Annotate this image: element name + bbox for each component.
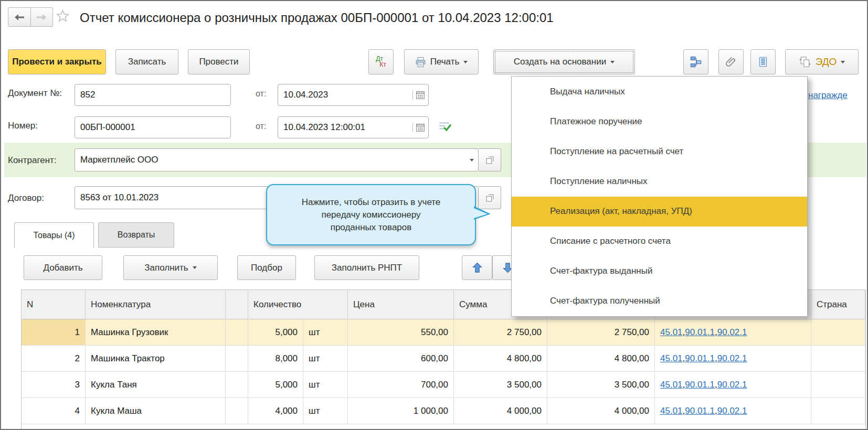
cell-unit: шт <box>303 346 348 372</box>
printer-icon <box>415 57 426 68</box>
cell-n: 2 <box>22 346 86 372</box>
move-up-button[interactable] <box>462 255 492 280</box>
create-based-on-button[interactable]: Создать на основании <box>493 49 635 74</box>
app-window: Отчет комиссионера о розничных продажах … <box>0 0 868 430</box>
menu-item[interactable]: Выдача наличных <box>512 77 807 106</box>
cell-country <box>811 319 865 346</box>
cell-n: 3 <box>22 372 86 398</box>
menu-item[interactable]: Списание с расчетного счета <box>512 227 807 256</box>
header-n[interactable]: N <box>22 290 86 319</box>
number-input[interactable]: 00БП-000001 <box>75 116 231 138</box>
cell-price: 1 000,00 <box>348 398 454 424</box>
cell-accounts: 45.01, 90.01.1, 90.02.1 <box>655 372 811 398</box>
tab-returns[interactable]: Возвраты <box>98 222 174 248</box>
hint-line: проданных товаров <box>267 221 475 234</box>
post-label: Провести <box>199 57 238 67</box>
pick-label: Подбор <box>251 263 282 273</box>
table-row[interactable]: 3Кукла Таня5,000шт700,003 500,003 500,00… <box>22 372 865 398</box>
cell-qty: 5,000 <box>248 372 303 398</box>
counterparty-input[interactable]: Маркетплейс ООО <box>75 148 479 171</box>
related-documents-button[interactable] <box>683 49 708 74</box>
account-link[interactable]: 90.02.1 <box>717 406 747 416</box>
edo-button[interactable]: ЭДО <box>785 49 859 74</box>
paperclip-icon <box>725 56 737 68</box>
cell-unit: шт <box>303 398 348 424</box>
calendar-icon[interactable] <box>416 90 425 100</box>
cell-country <box>811 398 865 424</box>
cell-name: Кукла Таня <box>86 372 226 398</box>
favorite-star-icon[interactable] <box>56 9 70 25</box>
cell-n: 4 <box>22 398 86 424</box>
header-empty <box>226 290 248 319</box>
menu-item[interactable]: Платежное поручение <box>512 106 807 136</box>
account-link[interactable]: 90.01.1 <box>685 380 715 390</box>
tab-goods[interactable]: Товары (4) <box>14 222 94 248</box>
account-link[interactable]: 90.01.1 <box>685 353 715 364</box>
fill-button[interactable]: Заполнить <box>123 255 218 280</box>
account-link[interactable]: 90.02.1 <box>717 380 747 390</box>
account-link[interactable]: 45.01 <box>660 380 683 390</box>
hint-tooltip: Нажмите, чтобы отразить в учете передачу… <box>266 184 476 245</box>
table-row[interactable]: 1Машинка Грузовик5,000шт550,002 750,002 … <box>22 319 865 346</box>
account-link[interactable]: 45.01 <box>660 406 683 416</box>
account-link[interactable]: 90.02.1 <box>717 353 747 364</box>
dtkt-postings-button[interactable]: ДтКт <box>368 49 394 74</box>
back-button[interactable] <box>8 7 31 27</box>
header-nomenclature[interactable]: Номенклатура <box>86 290 226 319</box>
cell-sum: 3 500,00 <box>454 372 547 398</box>
table-row[interactable]: 2Машинка Трактор8,000шт600,004 800,004 8… <box>22 346 865 372</box>
list-icon <box>757 56 769 68</box>
header-country[interactable]: Страна <box>811 290 865 319</box>
add-label: Добавить <box>43 263 82 273</box>
cell-gap <box>226 346 248 372</box>
calendar-icon[interactable] <box>416 123 425 132</box>
save-label: Записать <box>128 57 166 67</box>
save-button[interactable]: Записать <box>115 49 178 74</box>
counterparty-open-button[interactable] <box>479 148 501 171</box>
cell-accounts: 45.01, 90.01.1, 90.02.1 <box>655 319 811 346</box>
cell-total: 2 750,00 <box>547 319 655 346</box>
datetime-input[interactable]: 10.04.2023 12:00:01 <box>278 116 429 138</box>
menu-item[interactable]: Поступление на расчетный счет <box>512 136 807 166</box>
menu-item[interactable]: Реализация (акт, накладная, УПД) <box>512 197 807 227</box>
post-and-close-button[interactable]: Провести и закрыть <box>8 49 106 74</box>
nav-buttons <box>8 7 53 27</box>
counterparty-label: Контрагент: <box>8 155 57 166</box>
fill-rnpt-button[interactable]: Заполнить РНПТ <box>314 255 419 280</box>
datetime-value: 10.04.2023 12:00:01 <box>283 122 365 133</box>
doc-date-value: 10.04.2023 <box>283 90 328 100</box>
edo-label: ЭДО <box>816 56 837 68</box>
add-button[interactable]: Добавить <box>24 255 102 280</box>
forward-button[interactable] <box>31 7 54 27</box>
post-button[interactable]: Провести <box>188 49 250 74</box>
cell-accounts: 45.01, 90.01.1, 90.02.1 <box>655 346 811 372</box>
header-quantity[interactable]: Количество <box>248 290 348 319</box>
cell-gap <box>226 319 248 346</box>
chevron-down-icon <box>463 61 468 63</box>
create-based-menu: Выдача наличныхПлатежное поручениеПоступ… <box>511 76 808 317</box>
print-button[interactable]: Печать <box>404 49 479 74</box>
table-row[interactable]: 4Кукла Маша4,000шт1 000,004 000,004 000,… <box>22 398 865 424</box>
account-link[interactable]: 90.01.1 <box>685 327 715 338</box>
account-link[interactable]: 45.01 <box>660 327 683 338</box>
doc-no-input[interactable]: 852 <box>75 84 231 106</box>
account-link[interactable]: 90.01.1 <box>685 406 715 416</box>
cell-qty: 4,000 <box>248 398 303 424</box>
number-label: Номер: <box>8 121 38 131</box>
cell-name: Машинка Трактор <box>86 346 226 372</box>
doc-date-input[interactable]: 10.04.2023 <box>278 84 429 106</box>
commission-link-fragment[interactable]: награжде <box>808 90 867 101</box>
attachments-button[interactable] <box>718 49 744 74</box>
report-list-button[interactable] <box>750 49 776 74</box>
menu-item[interactable]: Поступление наличных <box>512 166 807 196</box>
menu-item[interactable]: Счет-фактура выданный <box>512 256 807 286</box>
account-link[interactable]: 45.01 <box>660 353 683 364</box>
pick-button[interactable]: Подбор <box>237 255 296 280</box>
header-price[interactable]: Цена <box>348 290 454 319</box>
account-link[interactable]: 90.02.1 <box>717 327 747 338</box>
combo-dropdown-icon[interactable] <box>470 159 474 162</box>
edo-documents-icon <box>799 56 811 68</box>
menu-item[interactable]: Счет-фактура полученный <box>512 286 807 316</box>
cell-total: 4 800,00 <box>547 346 655 372</box>
dtkt-icon: ДтКт <box>376 56 386 68</box>
